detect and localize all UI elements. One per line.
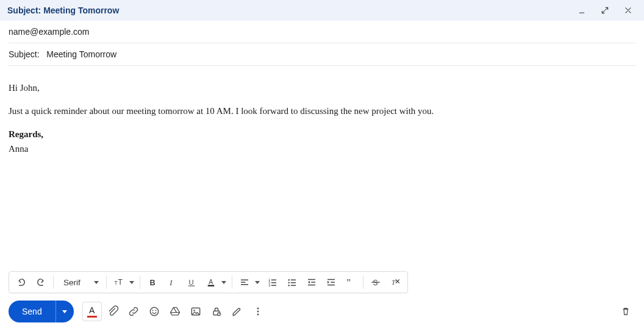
- format-toolbar: Serif TT B I U A: [9, 271, 408, 293]
- underline-button[interactable]: U: [183, 274, 200, 291]
- chevron-down-icon: [221, 281, 226, 284]
- indent-less-button[interactable]: [303, 274, 320, 291]
- undo-button[interactable]: [13, 274, 30, 291]
- confidential-button[interactable]: [207, 302, 226, 321]
- align-menu[interactable]: [253, 274, 262, 291]
- bulleted-list-button[interactable]: [284, 274, 301, 291]
- svg-point-42: [257, 308, 259, 310]
- svg-text:B: B: [149, 278, 155, 287]
- svg-point-35: [150, 307, 158, 315]
- redo-button[interactable]: [32, 274, 49, 291]
- svg-point-17: [288, 279, 289, 280]
- emoji-button[interactable]: [145, 302, 164, 321]
- body-paragraph: Just a quick reminder about our meeting …: [9, 104, 635, 118]
- restore-icon[interactable]: [596, 2, 614, 19]
- chevron-down-icon: [62, 310, 67, 313]
- insert-photo-button[interactable]: [186, 302, 206, 321]
- svg-point-19: [288, 285, 289, 286]
- send-label: Send: [22, 307, 42, 316]
- svg-point-43: [257, 311, 259, 313]
- titlebar-subject: Meeting Tomorrow: [43, 5, 119, 15]
- svg-text:T: T: [392, 279, 396, 286]
- numbered-list-button[interactable]: 123: [264, 274, 281, 291]
- bold-button[interactable]: B: [144, 274, 161, 291]
- quote-button[interactable]: ”: [342, 274, 359, 291]
- text-color-button[interactable]: A: [202, 274, 220, 291]
- svg-point-44: [257, 314, 259, 316]
- font-size-button[interactable]: TT: [110, 274, 127, 291]
- chevron-down-icon: [129, 281, 134, 284]
- svg-text:I: I: [169, 279, 173, 287]
- to-recipient: name@example.com: [9, 27, 90, 37]
- signature-button[interactable]: [227, 302, 247, 321]
- body-closing: Regards,: [9, 127, 635, 141]
- font-size-menu[interactable]: [127, 274, 136, 291]
- body-signature: Anna: [9, 141, 635, 156]
- compose-titlebar: Subject: Meeting Tomorrow: [0, 0, 644, 21]
- close-icon[interactable]: [620, 2, 637, 19]
- svg-point-39: [193, 310, 195, 311]
- subject-field[interactable]: Subject: Meeting Tomorrow: [9, 43, 635, 66]
- indent-more-button[interactable]: [323, 274, 340, 291]
- svg-text:”: ”: [346, 277, 351, 287]
- strikethrough-button[interactable]: S: [367, 274, 384, 291]
- svg-text:U: U: [188, 279, 193, 286]
- body-greeting: Hi John,: [9, 80, 635, 95]
- compose-footer: Send A: [0, 297, 644, 331]
- svg-text:T: T: [114, 280, 117, 286]
- drive-button[interactable]: [165, 302, 185, 321]
- svg-point-18: [288, 282, 289, 283]
- font-family-select[interactable]: Serif: [57, 274, 102, 291]
- text-color-menu[interactable]: [220, 274, 228, 291]
- formatting-options-button[interactable]: A: [82, 302, 102, 321]
- svg-text:3: 3: [268, 283, 270, 287]
- send-options-button[interactable]: [55, 301, 74, 322]
- svg-point-36: [152, 310, 153, 311]
- to-field[interactable]: name@example.com: [9, 21, 635, 43]
- chevron-down-icon: [94, 281, 99, 284]
- svg-point-37: [155, 310, 156, 311]
- svg-rect-7: [208, 285, 215, 287]
- remove-formatting-button[interactable]: T: [387, 274, 404, 291]
- subject-value: Meeting Tomorrow: [46, 49, 116, 59]
- send-button[interactable]: Send: [9, 301, 55, 322]
- svg-text:T: T: [118, 278, 123, 287]
- attach-button[interactable]: [103, 302, 123, 321]
- font-family-label: Serif: [63, 278, 80, 287]
- svg-text:A: A: [209, 278, 213, 285]
- align-button[interactable]: [236, 274, 253, 291]
- compose-body[interactable]: Hi John, Just a quick reminder about our…: [0, 66, 644, 271]
- italic-button[interactable]: I: [163, 274, 181, 291]
- minimize-icon[interactable]: [573, 2, 590, 19]
- subject-label: Subject:: [9, 49, 40, 59]
- discard-button[interactable]: [616, 302, 635, 321]
- titlebar-subject-prefix: Subject:: [7, 5, 41, 15]
- more-options-button[interactable]: [248, 302, 268, 321]
- chevron-down-icon: [255, 281, 260, 284]
- insert-link-button[interactable]: [124, 302, 143, 321]
